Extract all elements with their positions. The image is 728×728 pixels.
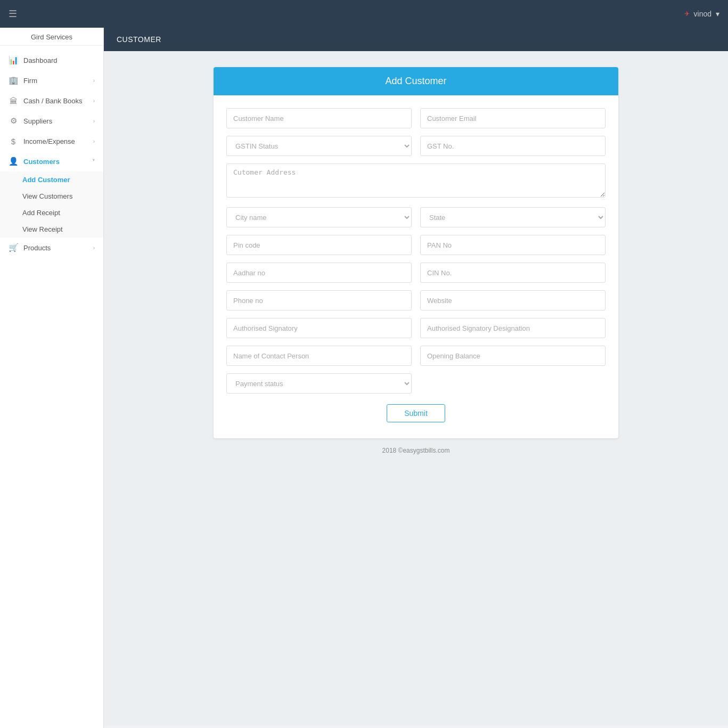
sidebar-item-label: Customers: [23, 158, 60, 166]
customers-submenu: Add Customer View Customers Add Receipt …: [0, 171, 103, 238]
sidebar-item-label: Dashboard: [23, 56, 58, 64]
form-row-10: Payment status Paid Unpaid Partial: [226, 373, 606, 394]
sidebar-item-dashboard[interactable]: 📊 Dashboard: [0, 50, 103, 70]
suppliers-icon: ⚙: [9, 116, 18, 126]
auth-signatory-designation-input[interactable]: [420, 318, 606, 338]
company-name: Gird Services: [0, 28, 103, 46]
footer-text: 2018 ©easygstbills.com: [382, 447, 450, 454]
user-dropdown-icon[interactable]: ▾: [716, 10, 719, 18]
form-card-body: GSTIN Status Registered Unregistered Com…: [214, 95, 618, 438]
dashboard-icon: 📊: [9, 55, 18, 65]
pin-code-input[interactable]: [226, 235, 412, 255]
chevron-right-icon: ›: [93, 118, 95, 124]
col-pan-no: [420, 235, 606, 255]
topbar-right: ✈ vinod ▾: [684, 10, 719, 18]
user-label: vinod: [694, 10, 711, 18]
sidebar-item-suppliers[interactable]: ⚙ Suppliers ›: [0, 111, 103, 131]
page-title: CUSTOMER: [117, 35, 161, 44]
opening-balance-input[interactable]: [420, 346, 606, 366]
main-content: CUSTOMER Add Customer: [104, 0, 728, 728]
chevron-right-icon: ›: [93, 245, 95, 251]
col-state: State: [420, 207, 606, 227]
sidebar-item-label: Income/Expense: [23, 137, 75, 145]
contact-person-input[interactable]: [226, 346, 412, 366]
sidebar-item-customers[interactable]: 👤 Customers ˅: [0, 151, 103, 171]
form-row-6: [226, 263, 606, 283]
col-customer-email: [420, 108, 606, 128]
customer-name-input[interactable]: [226, 108, 412, 128]
submit-row: Submit: [226, 404, 606, 422]
col-website: [420, 290, 606, 310]
sidebar-menu: 📊 Dashboard 🏢 Firm › 🏛 Cash / Bank Books…: [0, 46, 103, 262]
form-row-3: [226, 163, 606, 200]
aadhar-no-input[interactable]: [226, 263, 412, 283]
firm-icon: 🏢: [9, 76, 18, 85]
user-plane-icon: ✈: [684, 10, 690, 18]
website-input[interactable]: [420, 290, 606, 310]
col-payment-status: Payment status Paid Unpaid Partial: [226, 373, 412, 394]
col-customer-name: [226, 108, 412, 128]
city-name-select[interactable]: City name: [226, 207, 412, 227]
hamburger-icon[interactable]: ☰: [9, 8, 17, 20]
form-row-8: [226, 318, 606, 338]
customers-icon: 👤: [9, 157, 18, 166]
sidebar-item-cash-bank[interactable]: 🏛 Cash / Bank Books ›: [0, 91, 103, 111]
income-icon: $: [9, 136, 18, 146]
customer-address-textarea[interactable]: [226, 163, 606, 198]
auth-signatory-input[interactable]: [226, 318, 412, 338]
chevron-down-icon: ˅: [92, 159, 95, 165]
add-customer-form-card: Add Customer GSTIN Status: [214, 67, 618, 438]
col-gstin-status: GSTIN Status Registered Unregistered Com…: [226, 136, 412, 156]
bank-icon: 🏛: [9, 96, 18, 105]
customer-email-input[interactable]: [420, 108, 606, 128]
sidebar-subitem-add-receipt[interactable]: Add Receipt: [0, 205, 103, 221]
cin-no-input[interactable]: [420, 263, 606, 283]
phone-no-input[interactable]: [226, 290, 412, 310]
col-auth-signatory: [226, 318, 412, 338]
topbar: ☰ ✈ vinod ▾: [0, 0, 728, 28]
payment-status-select[interactable]: Payment status Paid Unpaid Partial: [226, 373, 412, 394]
col-phone-no: [226, 290, 412, 310]
page-body: Add Customer GSTIN Status: [104, 51, 728, 726]
topbar-left: ☰: [9, 8, 17, 20]
form-row-2: GSTIN Status Registered Unregistered Com…: [226, 136, 606, 156]
sidebar-item-firm[interactable]: 🏢 Firm ›: [0, 70, 103, 91]
col-pin-code: [226, 235, 412, 255]
chevron-right-icon: ›: [93, 98, 95, 104]
pan-no-input[interactable]: [420, 235, 606, 255]
col-contact-person: [226, 346, 412, 366]
col-city-name: City name: [226, 207, 412, 227]
state-select[interactable]: State: [420, 207, 606, 227]
sidebar-subitem-view-receipt[interactable]: View Receipt: [0, 221, 103, 238]
gst-no-input[interactable]: [420, 136, 606, 156]
submit-button[interactable]: Submit: [387, 404, 445, 422]
col-auth-signatory-designation: [420, 318, 606, 338]
sidebar-item-label: Cash / Bank Books: [23, 97, 83, 105]
col-gst-no: [420, 136, 606, 156]
form-row-5: [226, 235, 606, 255]
sidebar-subitem-add-customer[interactable]: Add Customer: [0, 171, 103, 188]
form-row-9: [226, 346, 606, 366]
form-row-7: [226, 290, 606, 310]
form-row-4: City name State: [226, 207, 606, 227]
chevron-right-icon: ›: [93, 78, 95, 84]
sidebar-item-label: Products: [23, 244, 51, 252]
products-icon: 🛒: [9, 243, 18, 252]
form-row-1: [226, 108, 606, 128]
sidebar-subitem-view-customers[interactable]: View Customers: [0, 188, 103, 205]
sidebar-item-products[interactable]: 🛒 Products ›: [0, 238, 103, 258]
footer: 2018 ©easygstbills.com: [114, 438, 717, 465]
col-cin-no: [420, 263, 606, 283]
form-card-header: Add Customer: [214, 67, 618, 95]
sidebar-item-label: Firm: [23, 77, 37, 85]
col-customer-address: [226, 163, 606, 200]
sidebar: EasyGSTbills Gird Services 📊 Dashboard 🏢…: [0, 0, 104, 728]
page-header: CUSTOMER: [104, 28, 728, 51]
chevron-right-icon: ›: [93, 138, 95, 144]
sidebar-item-income-expense[interactable]: $ Income/Expense ›: [0, 131, 103, 151]
sidebar-item-label: Suppliers: [23, 117, 52, 125]
col-aadhar-no: [226, 263, 412, 283]
gstin-status-select[interactable]: GSTIN Status Registered Unregistered Com…: [226, 136, 412, 156]
col-opening-balance: [420, 346, 606, 366]
